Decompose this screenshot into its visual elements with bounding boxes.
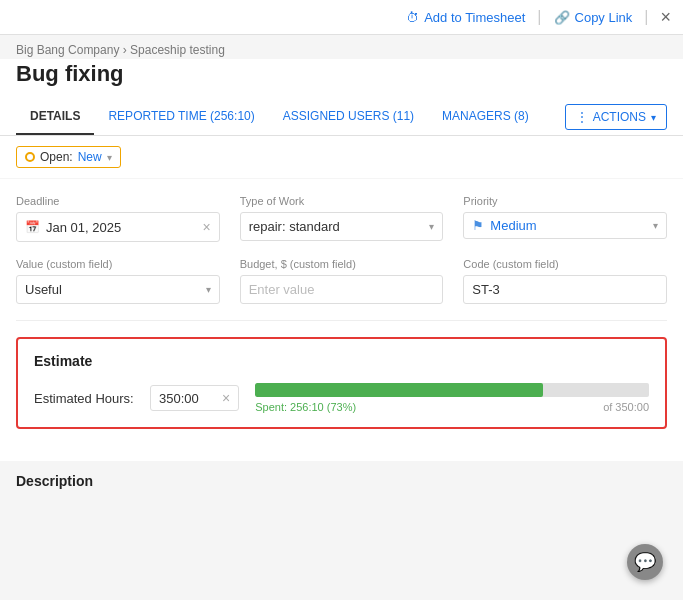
deadline-clear-button[interactable]: × (202, 219, 210, 235)
top-bar: ⏱ Add to Timesheet | 🔗 Copy Link | × (0, 0, 683, 35)
estimate-section: Estimate Estimated Hours: × Spent: 256:1… (16, 337, 667, 429)
status-badge[interactable]: Open: New ▾ (16, 146, 121, 168)
budget-field[interactable] (249, 282, 435, 297)
type-of-work-value: repair: standard (249, 219, 426, 234)
form-row-2: Value (custom field) Useful ▾ Budget, $ … (16, 258, 667, 304)
code-label: Code (custom field) (463, 258, 667, 270)
value-label: Value (custom field) (16, 258, 220, 270)
hours-field[interactable] (159, 391, 214, 406)
priority-value: Medium (490, 218, 643, 233)
divider-2: | (644, 8, 648, 26)
progress-labels: Spent: 256:10 (73%) of 350:00 (255, 401, 649, 413)
chevron-down-icon: ▾ (651, 112, 656, 123)
status-chevron-icon: ▾ (107, 152, 112, 163)
status-bar: Open: New ▾ (0, 136, 683, 178)
code-group: Code (custom field) (463, 258, 667, 304)
value-group: Value (custom field) Useful ▾ (16, 258, 220, 304)
estimate-bar-col: Spent: 256:10 (73%) of 350:00 (255, 383, 649, 413)
estimate-row: Estimated Hours: × Spent: 256:10 (73%) o… (34, 383, 649, 413)
priority-label: Priority (463, 195, 667, 207)
deadline-label: Deadline (16, 195, 220, 207)
chat-icon: 💬 (634, 551, 656, 573)
tab-assigned-users-label: ASSIGNED USERS (11) (283, 109, 414, 123)
status-value-label: New (78, 150, 102, 164)
value-value: Useful (25, 282, 202, 297)
tab-details[interactable]: DETAILS (16, 99, 94, 135)
priority-group: Priority ⚑ Medium ▾ (463, 195, 667, 242)
actions-label: ACTIONS (593, 110, 646, 124)
deadline-input[interactable]: 📅 Jan 01, 2025 × (16, 212, 220, 242)
progress-bar-fill (255, 383, 542, 397)
deadline-group: Deadline 📅 Jan 01, 2025 × (16, 195, 220, 242)
status-open-label: Open: (40, 150, 73, 164)
breadcrumb-separator: › (123, 43, 127, 57)
tab-reported-time-label: REPORTED TIME (256:10) (108, 109, 254, 123)
type-of-work-select[interactable]: repair: standard ▾ (240, 212, 444, 241)
estimate-title: Estimate (34, 353, 649, 369)
section-divider (16, 320, 667, 321)
form-row-1: Deadline 📅 Jan 01, 2025 × Type of Work r… (16, 195, 667, 242)
type-of-work-group: Type of Work repair: standard ▾ (240, 195, 444, 242)
copy-link-label: Copy Link (575, 10, 633, 25)
type-of-work-chevron-icon: ▾ (429, 221, 434, 232)
code-input[interactable] (463, 275, 667, 304)
add-timesheet-label: Add to Timesheet (424, 10, 525, 25)
priority-select[interactable]: ⚑ Medium ▾ (463, 212, 667, 239)
tab-assigned-users[interactable]: ASSIGNED USERS (11) (269, 99, 428, 135)
chat-float-button[interactable]: 💬 (627, 544, 663, 580)
main-content: Deadline 📅 Jan 01, 2025 × Type of Work r… (0, 179, 683, 461)
ellipsis-icon: ⋮ (576, 110, 588, 124)
value-select[interactable]: Useful ▾ (16, 275, 220, 304)
divider-1: | (537, 8, 541, 26)
link-icon: 🔗 (554, 10, 570, 25)
status-dot-icon (25, 152, 35, 162)
priority-flag-icon: ⚑ (472, 218, 484, 233)
breadcrumb: Big Bang Company › Spaceship testing (0, 35, 683, 59)
budget-label: Budget, $ (custom field) (240, 258, 444, 270)
deadline-value: Jan 01, 2025 (46, 220, 196, 235)
budget-group: Budget, $ (custom field) (240, 258, 444, 304)
copy-link-button[interactable]: 🔗 Copy Link (554, 10, 633, 25)
description-title: Description (0, 461, 683, 489)
hours-clear-button[interactable]: × (222, 390, 230, 406)
page-title: Bug fixing (0, 59, 683, 99)
breadcrumb-company[interactable]: Big Bang Company (16, 43, 119, 57)
actions-button[interactable]: ⋮ ACTIONS ▾ (565, 104, 667, 130)
progress-bar-background (255, 383, 649, 397)
calendar-icon: 📅 (25, 220, 40, 234)
tabs: DETAILS REPORTED TIME (256:10) ASSIGNED … (16, 99, 543, 135)
tab-managers-label: MANAGERS (8) (442, 109, 529, 123)
add-to-timesheet-button[interactable]: ⏱ Add to Timesheet (406, 10, 525, 25)
code-field[interactable] (472, 282, 658, 297)
estimated-hours-label: Estimated Hours: (34, 391, 134, 406)
breadcrumb-project[interactable]: Spaceship testing (130, 43, 225, 57)
spent-label: Spent: 256:10 (73%) (255, 401, 356, 413)
priority-chevron-icon: ▾ (653, 220, 658, 231)
tab-reported-time[interactable]: REPORTED TIME (256:10) (94, 99, 268, 135)
tab-details-label: DETAILS (30, 109, 80, 123)
total-label: of 350:00 (603, 401, 649, 413)
estimated-hours-input[interactable]: × (150, 385, 239, 411)
clock-icon: ⏱ (406, 10, 419, 25)
close-button[interactable]: × (660, 8, 671, 26)
budget-input[interactable] (240, 275, 444, 304)
value-chevron-icon: ▾ (206, 284, 211, 295)
type-of-work-label: Type of Work (240, 195, 444, 207)
tab-managers[interactable]: MANAGERS (8) (428, 99, 543, 135)
tabs-bar: DETAILS REPORTED TIME (256:10) ASSIGNED … (0, 99, 683, 136)
